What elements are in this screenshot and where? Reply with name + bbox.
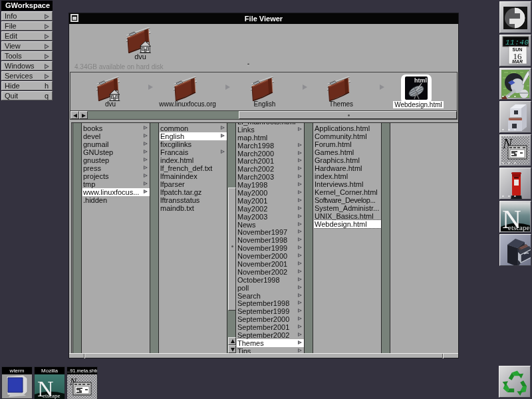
svg-text:11:40: 11:40	[505, 39, 529, 47]
svg-text:MAR: MAR	[512, 59, 523, 64]
svg-text:etscape: etscape	[43, 392, 60, 399]
svg-text:etscape: etscape	[508, 223, 529, 231]
